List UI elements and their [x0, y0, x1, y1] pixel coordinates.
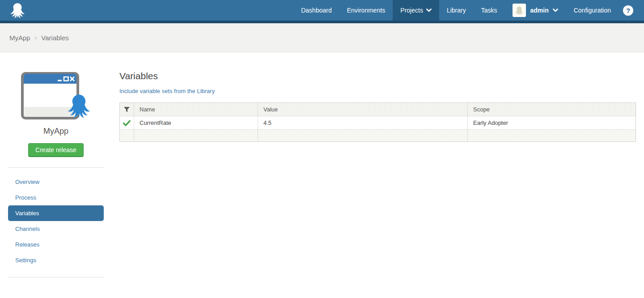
- project-name: MyApp: [8, 127, 104, 136]
- nav-label: Configuration: [574, 7, 611, 14]
- include-variable-sets-link[interactable]: Include variable sets from the Library: [119, 88, 215, 94]
- sidebar-item-settings[interactable]: Settings: [8, 252, 104, 268]
- project-head: MyApp Create release: [8, 71, 104, 157]
- empty-scope-cell[interactable]: [468, 130, 636, 142]
- breadcrumb: MyApp › Variables: [0, 23, 644, 52]
- sidebar-item-channels[interactable]: Channels: [8, 221, 104, 237]
- nav-item-dashboard[interactable]: Dashboard: [293, 0, 339, 21]
- variable-scope-cell[interactable]: Early Adopter: [468, 116, 636, 130]
- nav-item-projects[interactable]: Projects: [393, 0, 439, 21]
- sidebar-item-process[interactable]: Process: [8, 190, 104, 205]
- empty-value-cell[interactable]: [258, 130, 468, 142]
- check-icon: [123, 120, 131, 126]
- filter-header-cell[interactable]: [120, 103, 134, 116]
- nav-label: Dashboard: [301, 7, 332, 14]
- project-app-icon: [8, 71, 104, 121]
- column-header-scope[interactable]: Scope: [468, 103, 636, 116]
- filter-icon: [123, 106, 131, 113]
- column-header-value[interactable]: Value: [258, 103, 468, 116]
- main-panel: Variables Include variable sets from the…: [119, 52, 636, 142]
- help-wrap: ?: [619, 0, 644, 21]
- sidebar-item-releases[interactable]: Releases: [8, 237, 104, 252]
- user-name: admin: [530, 7, 548, 14]
- project-sidebar: MyApp Create release Overview Process Va…: [8, 52, 104, 277]
- sidebar-divider-top: [8, 167, 104, 168]
- content-area: MyApp Create release Overview Process Va…: [0, 52, 644, 277]
- top-navigation: Dashboard Environments Projects Library …: [0, 0, 644, 23]
- empty-name-cell[interactable]: [134, 130, 258, 142]
- empty-enabled-cell: [120, 130, 134, 142]
- user-menu[interactable]: admin: [504, 0, 566, 21]
- table-row-currentrate[interactable]: CurrentRate 4.5 Early Adopter: [120, 116, 636, 130]
- variable-value-cell[interactable]: 4.5: [258, 116, 468, 130]
- breadcrumb-current: Variables: [41, 34, 68, 42]
- sidebar-divider-bottom: [8, 277, 104, 277]
- table-row-new-variable[interactable]: [120, 130, 636, 142]
- breadcrumb-separator: ›: [35, 34, 37, 41]
- nav-item-library[interactable]: Library: [439, 0, 474, 21]
- sidebar-item-variables[interactable]: Variables: [8, 205, 104, 221]
- nav-item-configuration[interactable]: Configuration: [566, 0, 619, 21]
- primary-nav: Dashboard Environments Projects Library …: [293, 0, 504, 21]
- table-header-row: Name Value Scope: [120, 103, 636, 116]
- variable-name-cell[interactable]: CurrentRate: [134, 116, 258, 130]
- breadcrumb-project-link[interactable]: MyApp: [9, 34, 30, 42]
- nav-label: Environments: [347, 7, 386, 14]
- chevron-down-icon: [553, 9, 558, 12]
- help-icon[interactable]: ?: [623, 5, 633, 16]
- project-side-nav: Overview Process Variables Channels Rele…: [8, 174, 104, 268]
- column-header-name[interactable]: Name: [134, 103, 258, 116]
- octopus-brand-logo[interactable]: [0, 0, 30, 21]
- variable-enabled-cell: [120, 116, 134, 130]
- nav-label: Library: [447, 7, 466, 14]
- create-release-button[interactable]: Create release: [28, 143, 84, 157]
- avatar: [513, 4, 526, 17]
- page-title: Variables: [119, 71, 636, 81]
- chevron-down-icon: [426, 9, 432, 12]
- nav-item-tasks[interactable]: Tasks: [474, 0, 505, 21]
- variables-table: Name Value Scope CurrentRate 4.5 Early A…: [119, 102, 636, 142]
- nav-item-environments[interactable]: Environments: [339, 0, 393, 21]
- nav-label: Tasks: [481, 7, 497, 14]
- nav-label: Projects: [400, 7, 423, 14]
- sidebar-item-overview[interactable]: Overview: [8, 174, 104, 190]
- octopus-logo-icon: [9, 1, 26, 19]
- nav-spacer: [30, 0, 293, 21]
